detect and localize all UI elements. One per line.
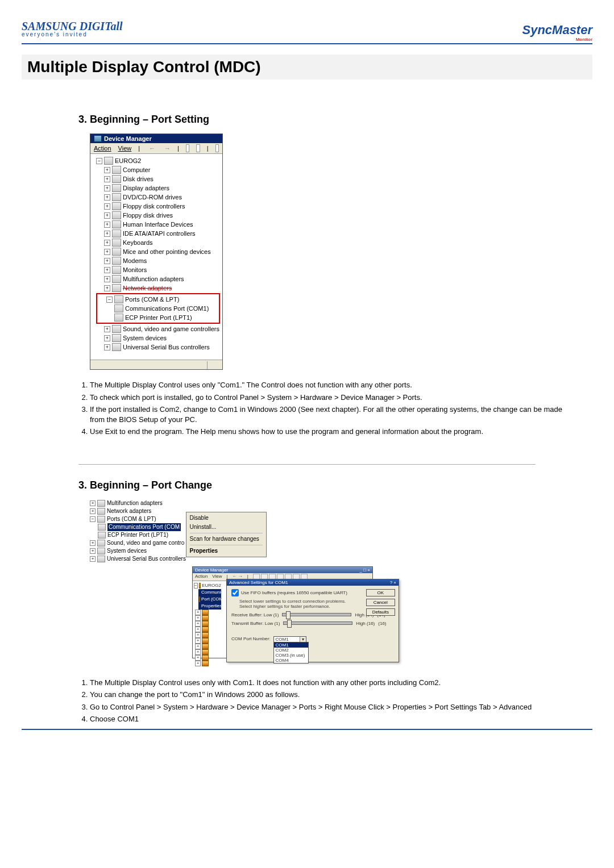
defaults-button[interactable]: Defaults (366, 608, 395, 616)
tree-item[interactable]: +System devices (90, 547, 186, 555)
collapse-icon[interactable]: − (194, 583, 198, 589)
tree-item[interactable]: +Monitors (96, 265, 220, 274)
tree-item-com-selected[interactable]: Communications Port (COM (90, 523, 186, 531)
tree-item-ports[interactable]: −Ports (COM & LPT) (98, 295, 218, 304)
tree-item[interactable]: +Multifunction adapters (96, 274, 220, 283)
tree-item[interactable]: +Display adapters (96, 183, 220, 193)
expand-icon[interactable]: + (104, 267, 110, 273)
logo-suffix: all (111, 20, 123, 32)
tree-item[interactable]: +Network adapters (90, 507, 186, 515)
menu-view[interactable]: View (118, 145, 132, 152)
toolbar-icon-1[interactable] (186, 144, 189, 152)
expand-icon[interactable]: + (104, 231, 110, 237)
tree-label: Multifunction adapters (107, 499, 163, 507)
expand-icon[interactable]: + (104, 222, 110, 228)
expand-icon[interactable]: + (104, 176, 110, 182)
menu-view[interactable]: View (212, 574, 222, 580)
fifo-label: Use FIFO buffers (requires 16550 compati… (241, 590, 347, 595)
transmit-buffer-row: Transmit Buffer: Low (1) High (16) (16) (231, 621, 394, 626)
expand-icon[interactable]: + (104, 203, 110, 210)
dd-option[interactable]: COM4 (274, 658, 308, 663)
tree-item[interactable]: +Floppy disk controllers (96, 202, 220, 211)
expand-icon[interactable]: + (104, 240, 110, 246)
expand-icon[interactable]: + (90, 556, 96, 562)
expand-icon[interactable]: + (104, 249, 110, 255)
category-icon (112, 211, 121, 219)
expand-icon[interactable]: + (104, 276, 110, 282)
fifo-checkbox[interactable] (231, 589, 239, 596)
slider-handle[interactable] (286, 611, 291, 619)
expand-icon[interactable]: + (104, 258, 110, 264)
category-icon (97, 556, 105, 562)
expand-icon[interactable]: + (90, 508, 96, 514)
tree-item[interactable]: +Disk drives (96, 174, 220, 183)
expand-icon[interactable]: + (104, 194, 110, 201)
section2-heading: 3. Beginning – Port Change (78, 479, 592, 491)
tree-item[interactable]: +Floppy disk drives (96, 211, 220, 220)
tree-item[interactable]: +IDE ATA/ATAPI controllers (96, 229, 220, 238)
help-close-icons[interactable]: ? × (390, 580, 396, 585)
collapse-icon[interactable]: − (106, 297, 113, 303)
tx-slider[interactable] (283, 621, 352, 625)
tree-item[interactable]: +DVD/CD-ROM drives (96, 193, 220, 202)
expand-icon[interactable]: + (90, 548, 96, 554)
expand-icon[interactable]: + (104, 285, 110, 291)
menu-action[interactable]: Action (195, 574, 208, 580)
expand-icon[interactable]: + (104, 335, 110, 341)
tree-item[interactable]: +Multifunction adapters (90, 499, 186, 507)
port-icon (98, 524, 106, 531)
tree-item-lpt1[interactable]: ECP Printer Port (LPT1) (98, 313, 218, 322)
tree-item[interactable]: +Human Interface Devices (96, 220, 220, 229)
ctx-scan[interactable]: Scan for hardware changes (190, 535, 263, 544)
expand-icon[interactable]: + (104, 326, 110, 332)
tree-item-network[interactable]: +Network adapters (96, 283, 220, 293)
tree-item-com1[interactable]: Communications Port (COM1) (98, 304, 218, 313)
selected-row[interactable]: Communications Port (COM1) Properties (198, 589, 221, 610)
ctx-disable[interactable]: Disable (190, 514, 263, 523)
ctx-uninstall[interactable]: Uninstall... (190, 523, 263, 532)
tree-item[interactable]: +Sound, video and game controllers (96, 324, 220, 333)
expand-icon[interactable]: + (90, 500, 96, 506)
tree-item[interactable]: +Universal Serial Bus controllers (96, 343, 220, 352)
tree-item[interactable]: +Computer (96, 165, 220, 174)
chevron-down-icon[interactable]: ▾ (300, 637, 306, 642)
category-icon (112, 284, 121, 292)
expand-icon[interactable]: + (90, 540, 96, 546)
tree-item-ports[interactable]: −Ports (COM & LPT) (90, 515, 186, 523)
cancel-button[interactable]: Cancel (366, 599, 395, 606)
menu-action[interactable]: Action (94, 145, 111, 152)
footer-divider (22, 729, 592, 730)
expand-icon[interactable]: + (104, 212, 110, 219)
collapse-icon[interactable]: − (90, 516, 96, 522)
tree-item-lpt[interactable]: ECP Printer Port (LPT1) (90, 531, 186, 539)
toolbar-icon-2[interactable] (196, 144, 200, 152)
expand-icon[interactable]: + (104, 344, 110, 350)
ctx-properties[interactable]: Properties (190, 546, 263, 556)
tree-item[interactable]: +Mice and other pointing devices (96, 247, 220, 256)
tree-item[interactable]: +Sound, video and game contro (90, 539, 186, 547)
nav-fwd-icon[interactable]: → (164, 145, 171, 152)
expand-icon[interactable]: + (104, 185, 110, 191)
slider-handle[interactable] (287, 620, 292, 628)
tree-label: System devices (107, 547, 147, 555)
tree-item[interactable]: +Modems (96, 256, 220, 265)
rx-slider[interactable] (282, 613, 351, 616)
dd-option[interactable]: COM3 (in use) (274, 653, 308, 658)
tree-item[interactable]: +Universal Serial Bus controllers (90, 555, 186, 563)
tree-label: DVD/CD-ROM drives (123, 193, 182, 202)
dd-option[interactable]: COM2 (274, 648, 308, 653)
window-controls-icon[interactable]: _ □ × (360, 567, 370, 573)
header-divider (22, 43, 592, 44)
com-port-select[interactable]: COM1 ▾ COM1 COM2 COM3 (in use) COM4 (273, 636, 306, 642)
collapse-icon[interactable]: − (96, 158, 102, 164)
expand-icon[interactable]: + (104, 167, 110, 173)
tree-item[interactable]: +Keyboards (96, 238, 220, 247)
dd-option[interactable]: COM1 (274, 642, 308, 648)
note-item: You can change the port to "Com1" in Win… (90, 690, 592, 700)
tree-root[interactable]: −EUROG2 (96, 156, 220, 165)
toolbar-icon-3[interactable] (215, 144, 219, 152)
ok-button[interactable]: OK (366, 589, 395, 596)
nav-back-icon[interactable]: ← (149, 145, 155, 152)
computer-icon (199, 583, 201, 589)
tree-item[interactable]: +System devices (96, 333, 220, 343)
